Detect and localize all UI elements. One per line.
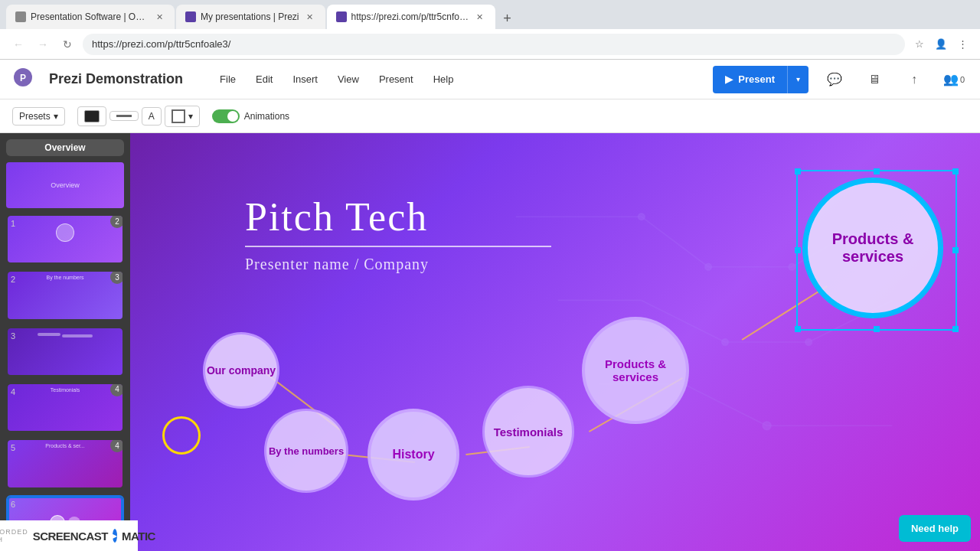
slide-2-thumb: By the numbers xyxy=(8,272,122,320)
slide-item-1[interactable]: 1 2 Our company xyxy=(6,214,124,264)
screen-share-icon[interactable]: 🖥 xyxy=(861,66,888,93)
slide-item-5[interactable]: 5 4 Products & ser... Products & ser... xyxy=(6,439,124,488)
menu-help[interactable]: Help xyxy=(424,69,463,90)
slide-3-thumb xyxy=(8,328,122,377)
forward-button[interactable]: → xyxy=(34,35,52,54)
presets-dropdown-icon: ▾ xyxy=(54,111,58,122)
node-by-the-numbers[interactable]: By the numbers xyxy=(264,409,348,493)
tab-1-close[interactable]: ✕ xyxy=(153,11,165,23)
line-color-button[interactable] xyxy=(109,111,139,121)
recorded-text: RECORDED WITH xyxy=(0,528,28,543)
tab-2[interactable]: My presentations | Prezi ✕ xyxy=(176,5,325,29)
slide-main-title: Pitch Tech xyxy=(245,194,551,247)
prezi-canvas[interactable]: Pitch Tech Presenter name / Company Our … xyxy=(130,133,980,551)
toggle-knob xyxy=(227,111,238,122)
slide-6-num: 6 xyxy=(11,500,15,509)
share-icon[interactable]: ↑ xyxy=(900,66,928,93)
node-testimonials[interactable]: Testimonials xyxy=(482,386,574,478)
slide-2-content: By the numbers xyxy=(8,272,122,283)
present-button[interactable]: ▶ Present ▾ xyxy=(713,66,808,93)
animations-label: Animations xyxy=(244,111,289,122)
menu-file[interactable]: File xyxy=(211,69,245,90)
more-icon[interactable]: ⋮ xyxy=(954,36,971,53)
tab-2-favicon xyxy=(185,11,196,22)
tab-2-title: My presentations | Prezi xyxy=(201,11,299,22)
slide-4-num: 4 xyxy=(11,387,15,396)
menu-view[interactable]: View xyxy=(328,69,368,90)
reload-button[interactable]: ↻ xyxy=(58,35,77,54)
tab-1[interactable]: Presentation Software | Online... ✕ xyxy=(6,5,175,29)
back-button[interactable]: ← xyxy=(9,35,28,54)
slide-1-circle xyxy=(56,223,74,242)
slide-5-thumb: Products & ser... xyxy=(8,440,122,488)
screencast-label: SCREENCAST xyxy=(33,530,108,543)
menu-bar: File Edit Insert View Present Help xyxy=(211,69,462,90)
overview-tab[interactable]: Overview xyxy=(6,139,124,156)
slide-1-num: 1 xyxy=(11,219,15,228)
tab-bar: Presentation Software | Online... ✕ My p… xyxy=(0,0,980,29)
bookmark-icon[interactable]: ☆ xyxy=(911,36,928,53)
shape-button[interactable]: ▾ xyxy=(165,106,200,127)
matic-label: MATIC xyxy=(122,530,155,543)
slide-subtitle: Presenter name / Company xyxy=(245,256,429,273)
slide-1-badge: 2 xyxy=(110,214,124,228)
slide-3-num: 3 xyxy=(11,331,15,341)
color-group: A ▾ xyxy=(77,106,200,127)
presets-group: Presets ▾ xyxy=(12,107,65,126)
edit-toolbar: Presets ▾ A ▾ Animations xyxy=(0,99,980,133)
tab-3[interactable]: https://prezi.com/p/ttr5cnfoale3/ ✕ xyxy=(327,5,495,29)
node-history[interactable]: History xyxy=(368,409,459,500)
need-help-button[interactable]: Need help xyxy=(899,515,971,542)
overview-thumbnail[interactable]: Overview xyxy=(6,162,124,208)
shape-dropdown-icon: ▾ xyxy=(188,111,193,122)
comments-icon[interactable]: 💬 xyxy=(821,66,848,93)
slide-item-4[interactable]: 4 4 Testimonials Testimonials xyxy=(6,383,124,432)
menu-edit[interactable]: Edit xyxy=(247,69,282,90)
slide-4-badge: 4 xyxy=(110,383,124,396)
app-toolbar: P Prezi Demonstration File Edit Insert V… xyxy=(0,60,980,99)
node-products-sm[interactable]: Products & services xyxy=(582,317,689,424)
new-tab-button[interactable]: + xyxy=(497,8,518,29)
node-products-lg[interactable]: Products & services xyxy=(804,179,942,317)
canvas-area[interactable]: Pitch Tech Presenter name / Company Our … xyxy=(130,133,980,551)
tab-2-close[interactable]: ✕ xyxy=(304,11,316,23)
present-dropdown-icon[interactable]: ▾ xyxy=(787,66,808,93)
overview-section: Overview Overview xyxy=(0,133,130,214)
fill-color-button[interactable] xyxy=(77,106,106,126)
svg-point-17 xyxy=(722,339,729,346)
url-input[interactable] xyxy=(83,34,905,55)
menu-insert[interactable]: Insert xyxy=(283,69,327,90)
tab-3-close[interactable]: ✕ xyxy=(474,11,486,23)
slide-item-2[interactable]: 2 3 By the numbers By the numbers xyxy=(6,270,124,320)
profile-icon[interactable]: 👤 xyxy=(933,36,949,53)
text-color-button[interactable]: A xyxy=(142,107,162,126)
fill-color-swatch xyxy=(84,110,100,122)
svg-text:P: P xyxy=(20,73,26,83)
present-button-label: ▶ Present xyxy=(713,67,787,91)
svg-point-19 xyxy=(763,422,771,430)
slide-4-thumb: Testimonials xyxy=(8,384,122,432)
tab-1-favicon xyxy=(15,11,26,22)
svg-point-18 xyxy=(805,339,812,346)
svg-line-3 xyxy=(642,217,708,267)
node-our-company[interactable]: Our company xyxy=(203,332,279,409)
slide-item-3[interactable]: 3 History xyxy=(6,327,124,377)
prezi-logo: P xyxy=(12,67,34,92)
main-area: Overview Overview 1 2 Our company 2 3 By… xyxy=(0,133,980,551)
tab-1-title: Presentation Software | Online... xyxy=(31,11,149,22)
sidebar: Overview Overview 1 2 Our company 2 3 By… xyxy=(0,133,130,551)
slide-2-num: 2 xyxy=(11,275,15,284)
presets-button[interactable]: Presets ▾ xyxy=(12,107,65,126)
users-icon[interactable]: 👥0 xyxy=(940,66,968,93)
toggle-switch[interactable] xyxy=(212,109,240,123)
overview-thumb-label: Overview xyxy=(51,181,80,189)
animations-toggle[interactable]: Animations xyxy=(212,109,289,123)
tab-3-title: https://prezi.com/p/ttr5cnfoale3/ xyxy=(351,11,469,22)
line-color-icon xyxy=(116,115,132,117)
slide-3-content xyxy=(8,328,122,341)
menu-present[interactable]: Present xyxy=(370,69,423,90)
text-color-icon: A xyxy=(149,111,155,122)
svg-point-15 xyxy=(705,263,712,270)
shape-icon xyxy=(172,109,185,123)
svg-point-16 xyxy=(789,263,795,270)
